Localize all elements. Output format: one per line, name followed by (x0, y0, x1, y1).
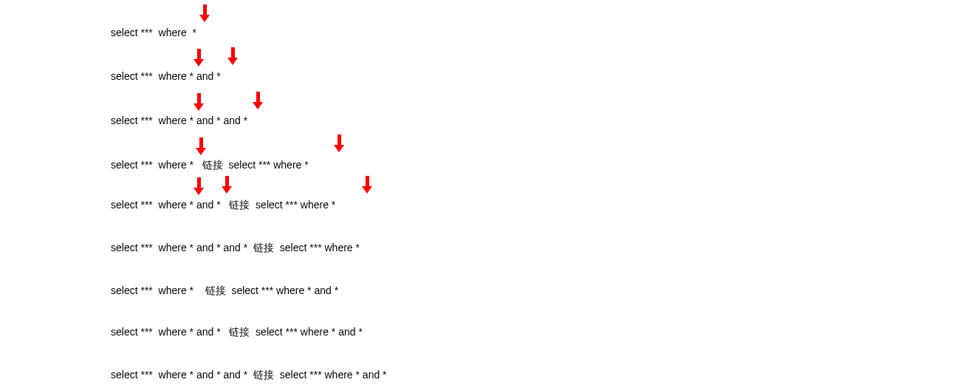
text-line-7: select *** where * 链接 select *** where *… (111, 284, 338, 297)
arrow-icon (222, 176, 232, 194)
text-line-3: select *** where * and * and * (111, 114, 247, 127)
text-line-4: select *** where * 链接 select *** where * (111, 158, 309, 171)
arrow-icon (362, 176, 372, 194)
text-line-9: select *** where * and * and * 链接 select… (111, 368, 387, 381)
diagram-canvas: select *** where * select *** where * an… (0, 0, 980, 385)
arrow-icon (196, 137, 206, 155)
text-line-2: select *** where * and * (111, 69, 221, 83)
arrow-icon (193, 49, 204, 67)
text-line-1: select *** where * (111, 26, 196, 39)
arrow-icon (334, 134, 344, 152)
arrow-icon (227, 47, 238, 65)
arrow-icon (193, 93, 204, 111)
text-line-8: select *** where * and * 链接 select *** w… (111, 325, 363, 338)
arrow-icon (199, 4, 210, 22)
arrow-icon (253, 92, 263, 109)
arrow-icon (193, 177, 204, 195)
text-line-6: select *** where * and * and * 链接 select… (111, 241, 360, 254)
text-line-5: select *** where * and * 链接 select *** w… (111, 198, 335, 211)
